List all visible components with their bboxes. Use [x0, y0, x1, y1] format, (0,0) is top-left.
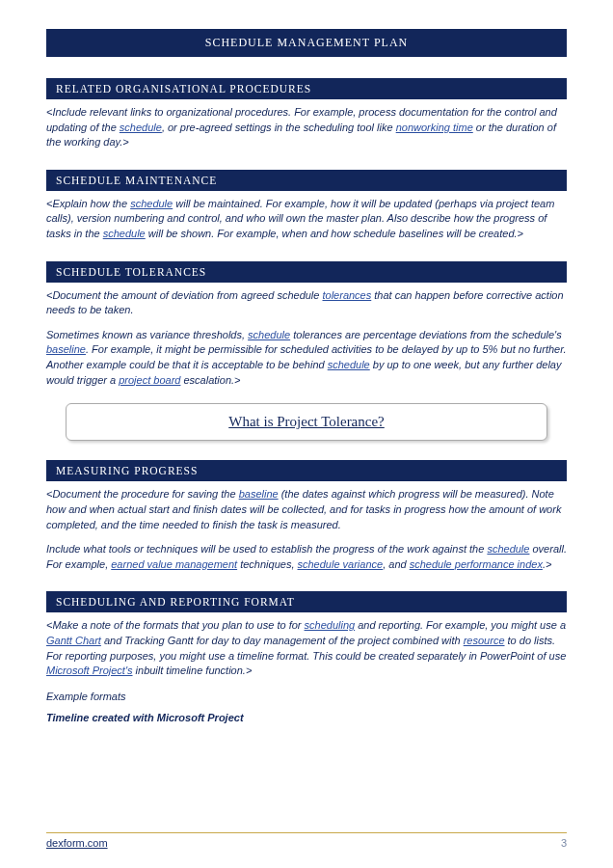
- section-header-reporting: SCHEDULING AND REPORTING FORMAT: [46, 591, 567, 612]
- related-paragraph: <Include relevant links to organizationa…: [46, 105, 567, 150]
- text: and Tracking Gantt for day to day manage…: [101, 635, 464, 646]
- text: will be shown. For example, when and how…: [146, 228, 523, 239]
- maintenance-paragraph: <Explain how the schedule will be mainta…: [46, 197, 567, 242]
- link-microsoft-project[interactable]: Microsoft Project's: [46, 665, 133, 676]
- text: Sometimes known as variance thresholds,: [46, 329, 248, 340]
- link-resource[interactable]: resource: [464, 635, 505, 646]
- link-what-is-project-tolerance[interactable]: What is Project Tolerance?: [228, 414, 385, 429]
- link-schedule[interactable]: schedule: [248, 329, 290, 340]
- footer-link-dexform[interactable]: dexform.com: [46, 837, 108, 849]
- link-scheduling[interactable]: scheduling: [305, 619, 356, 631]
- timeline-label: Timeline created with Microsoft Project: [46, 712, 567, 723]
- tolerances-paragraph-1: <Document the amount of deviation from a…: [46, 288, 567, 318]
- text: <Make a note of the formats that you pla…: [46, 619, 305, 631]
- example-formats-label: Example formats: [46, 691, 567, 702]
- link-project-board[interactable]: project board: [119, 374, 180, 386]
- link-schedule-performance-index[interactable]: schedule performance index: [410, 558, 543, 570]
- footer: dexform.com 3: [46, 832, 567, 849]
- reporting-paragraph: <Make a note of the formats that you pla…: [46, 618, 567, 678]
- section-header-maintenance: SCHEDULE MAINTENANCE: [46, 170, 567, 191]
- tolerances-paragraph-2: Sometimes known as variance thresholds, …: [46, 328, 567, 388]
- link-baseline[interactable]: baseline: [46, 343, 86, 355]
- text: <Document the procedure for saving the: [46, 488, 239, 500]
- measuring-paragraph-2: Include what tools or techniques will be…: [46, 542, 567, 572]
- text: <Explain how the: [46, 198, 130, 209]
- page-number: 3: [561, 837, 567, 849]
- link-earned-value-management[interactable]: earned value management: [111, 558, 237, 570]
- callout-project-tolerance: What is Project Tolerance?: [66, 403, 547, 441]
- text: tolerances are percentage deviations fro…: [290, 329, 562, 340]
- text: escalation.>: [180, 374, 240, 386]
- measuring-paragraph-1: <Document the procedure for saving the b…: [46, 487, 567, 532]
- text: Include what tools or techniques will be…: [46, 543, 487, 555]
- text: inbuilt timeline function.>: [133, 665, 253, 676]
- section-header-measuring: MEASURING PROGRESS: [46, 460, 567, 481]
- link-baseline[interactable]: baseline: [239, 488, 279, 500]
- section-header-related: RELATED ORGANISATIONAL PROCEDURES: [46, 78, 567, 99]
- document-title: SCHEDULE MANAGEMENT PLAN: [46, 29, 567, 57]
- link-schedule[interactable]: schedule: [130, 198, 173, 209]
- section-header-tolerances: SCHEDULE TOLERANCES: [46, 261, 567, 283]
- link-schedule-variance[interactable]: schedule variance: [298, 558, 384, 570]
- text: .>: [543, 558, 551, 570]
- text: and reporting. For example, you might us…: [355, 619, 566, 631]
- link-nonworking-time[interactable]: nonworking time: [396, 122, 473, 133]
- link-schedule[interactable]: schedule: [103, 228, 146, 239]
- text: , or pre-agreed settings in the scheduli…: [162, 122, 396, 133]
- link-tolerances[interactable]: tolerances: [322, 289, 371, 301]
- text: <Document the amount of deviation from a…: [46, 289, 322, 301]
- text: , and: [383, 558, 410, 570]
- text: techniques,: [237, 558, 297, 570]
- link-gantt-chart[interactable]: Gantt Chart: [46, 635, 101, 646]
- link-schedule[interactable]: schedule: [487, 543, 529, 555]
- link-schedule[interactable]: schedule: [328, 359, 370, 370]
- link-schedule[interactable]: schedule: [120, 122, 162, 133]
